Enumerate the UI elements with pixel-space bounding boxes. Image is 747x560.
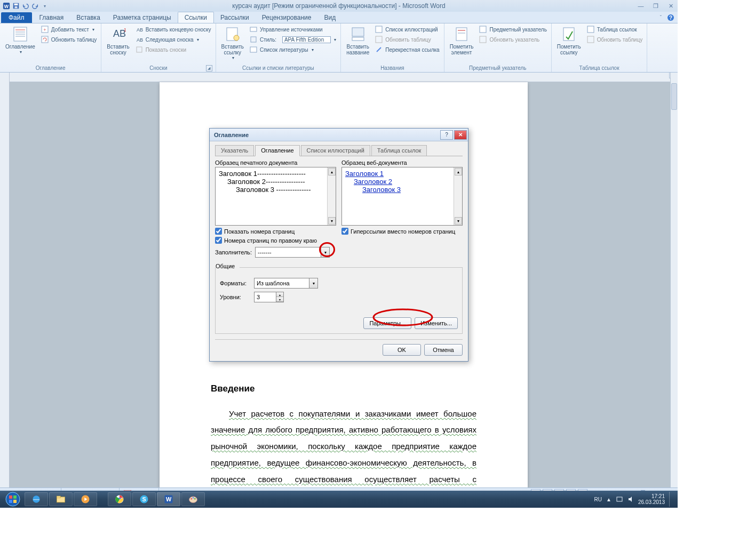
spinner-up-icon[interactable]: ▴ — [276, 292, 283, 297]
svg-rect-36 — [587, 36, 594, 43]
tab-insert[interactable]: Вставка — [70, 12, 107, 23]
taskbar-skype-icon[interactable]: S — [132, 492, 156, 506]
spinner-down-icon[interactable]: ▾ — [276, 297, 283, 302]
svg-rect-19 — [137, 47, 142, 52]
insert-endnote-button[interactable]: ABВставить концевую сноску — [134, 25, 212, 34]
taskbar-ie-icon[interactable] — [25, 492, 48, 506]
toc-button[interactable]: Оглавление▾ — [3, 25, 37, 65]
mark-index-entry-button[interactable]: Пометитьэлемент — [448, 25, 476, 65]
tray-sound-icon[interactable] — [627, 496, 634, 502]
svg-text:?: ? — [669, 15, 672, 21]
print-preview: Заголовок 1---------------------1 Заголо… — [215, 167, 336, 226]
tab-home[interactable]: Главная — [33, 12, 70, 23]
group-citations: Вставитьссылку▾ Управление источниками С… — [216, 23, 341, 72]
taskbar-chrome-icon[interactable] — [108, 492, 131, 506]
chk-show-pages[interactable] — [215, 228, 222, 235]
redo-icon[interactable] — [31, 2, 39, 10]
tab-layout[interactable]: Разметка страницы — [107, 12, 178, 23]
scrollbar-vertical[interactable] — [670, 73, 678, 487]
preview-scroll-down-icon[interactable]: ▾ — [328, 217, 336, 225]
tab-review[interactable]: Рецензирование — [256, 12, 318, 23]
chk-right-align-label: Номера страниц по правому краю — [224, 237, 317, 244]
taskbar-explorer-icon[interactable] — [49, 492, 73, 506]
taskbar-word-icon[interactable]: W — [157, 492, 180, 506]
svg-rect-23 — [251, 37, 256, 42]
table-of-figures-button[interactable]: Список иллюстраций — [374, 25, 440, 34]
formats-combo[interactable]: Из шаблона▾ — [254, 278, 318, 289]
dialog-help-icon[interactable]: ? — [440, 130, 453, 140]
chk-right-align[interactable] — [215, 237, 222, 244]
show-desktop-button[interactable] — [669, 492, 672, 507]
update-toc-button[interactable]: Обновить таблицу — [39, 35, 98, 44]
add-text-button[interactable]: +Добавить текст▾ — [39, 25, 98, 34]
taskbar-paint-icon[interactable] — [181, 492, 205, 506]
restore-icon[interactable]: ❐ — [651, 2, 661, 10]
mark-citation-button[interactable]: Пометитьссылку — [555, 25, 583, 65]
group-authorities: Пометитьссылку Таблица ссылок Обновить т… — [552, 23, 647, 72]
scrollbar-thumb[interactable] — [671, 83, 677, 110]
tab-mailings[interactable]: Рассылки — [214, 12, 256, 23]
svg-text:AB: AB — [137, 27, 143, 33]
svg-rect-44 — [9, 500, 12, 503]
cancel-button[interactable]: Отмена — [424, 344, 463, 356]
dialog-titlebar[interactable]: Оглавление ? ✕ — [210, 129, 468, 141]
dialog-tab-toa[interactable]: Таблица ссылок — [371, 145, 427, 156]
word-icon: W — [2, 2, 11, 10]
svg-text:W: W — [166, 496, 172, 502]
chevron-down-icon[interactable]: ▾ — [321, 247, 329, 257]
svg-rect-33 — [480, 36, 486, 43]
minimize-icon[interactable]: — — [636, 2, 646, 10]
close-icon[interactable]: ✕ — [666, 2, 676, 10]
update-toa-button[interactable]: Обновить таблицу — [585, 35, 644, 44]
update-index-button[interactable]: Обновить указатель — [478, 35, 547, 44]
preview-scroll-up-icon[interactable]: ▴ — [328, 168, 336, 175]
dialog-tab-toc[interactable]: Оглавление — [255, 145, 299, 156]
insert-toa-button[interactable]: Таблица ссылок — [585, 25, 644, 34]
params-button[interactable]: Параметры... — [363, 317, 411, 329]
chevron-down-icon[interactable]: ▾ — [309, 278, 317, 288]
cross-reference-button[interactable]: Перекрестная ссылка — [374, 45, 440, 54]
style-dropdown[interactable]: Стиль: APA Fifth Edition▾ — [248, 35, 337, 44]
tray-clock[interactable]: 17:2126.03.2013 — [638, 493, 665, 505]
manage-sources-button[interactable]: Управление источниками — [248, 25, 337, 34]
help-icon[interactable]: ? — [667, 14, 674, 21]
tray-lang[interactable]: RU — [594, 497, 602, 502]
ribbon-minimize-icon[interactable]: ˇ — [660, 15, 662, 21]
undo-icon[interactable] — [21, 2, 30, 10]
update-tof-button[interactable]: Обновить таблицу — [374, 35, 440, 44]
dialog-tabs: Указатель Оглавление Список иллюстраций … — [215, 145, 463, 156]
preview-scroll-up-icon[interactable]: ▴ — [455, 168, 462, 175]
dialog-tab-index[interactable]: Указатель — [215, 145, 254, 156]
preview-scroll-down-icon[interactable]: ▾ — [455, 217, 462, 225]
group-footnotes: AB1 Вставитьсноску ABВставить концевую с… — [101, 23, 216, 72]
tab-references[interactable]: Ссылки — [178, 12, 214, 23]
print-preview-label: Образец печатного документа — [215, 159, 336, 166]
insert-index-button[interactable]: Предметный указатель — [478, 25, 547, 34]
insert-citation-button[interactable]: Вставитьссылку▾ — [219, 25, 246, 65]
qat-dropdown-icon[interactable]: ▾ — [41, 2, 49, 10]
tab-file[interactable]: Файл — [1, 12, 32, 23]
dialog-close-icon[interactable]: ✕ — [454, 130, 467, 140]
ok-button[interactable]: OK — [383, 344, 421, 356]
dialog-tab-tof[interactable]: Список иллюстраций — [301, 145, 370, 156]
tray-flag-icon[interactable]: ▲ — [606, 497, 611, 502]
levels-spinner[interactable]: 3▴▾ — [254, 292, 284, 302]
insert-caption-button[interactable]: Вставитьназвание — [344, 25, 371, 65]
next-footnote-button[interactable]: ABСледующая сноска▾ — [134, 35, 212, 44]
tab-view[interactable]: Вид — [317, 12, 342, 23]
bibliography-button[interactable]: Список литературы▾ — [248, 45, 337, 54]
save-icon[interactable] — [12, 2, 20, 10]
quick-access-toolbar: W ▾ — [2, 2, 49, 10]
modify-button[interactable]: Изменить... — [415, 317, 458, 329]
footnotes-launcher-icon[interactable]: ◢ — [206, 65, 212, 71]
leader-combo[interactable]: -------▾ — [255, 247, 330, 258]
start-button[interactable] — [2, 492, 23, 507]
show-footnotes-button[interactable]: Показать сноски — [134, 45, 212, 54]
taskbar-media-icon[interactable] — [74, 492, 97, 506]
ruler-horizontal[interactable] — [10, 73, 670, 82]
svg-text:1: 1 — [124, 27, 126, 33]
ruler-vertical[interactable] — [0, 73, 10, 487]
insert-footnote-button[interactable]: AB1 Вставитьсноску — [105, 25, 131, 65]
chk-hyperlinks[interactable] — [341, 228, 348, 235]
tray-network-icon[interactable] — [616, 496, 623, 502]
